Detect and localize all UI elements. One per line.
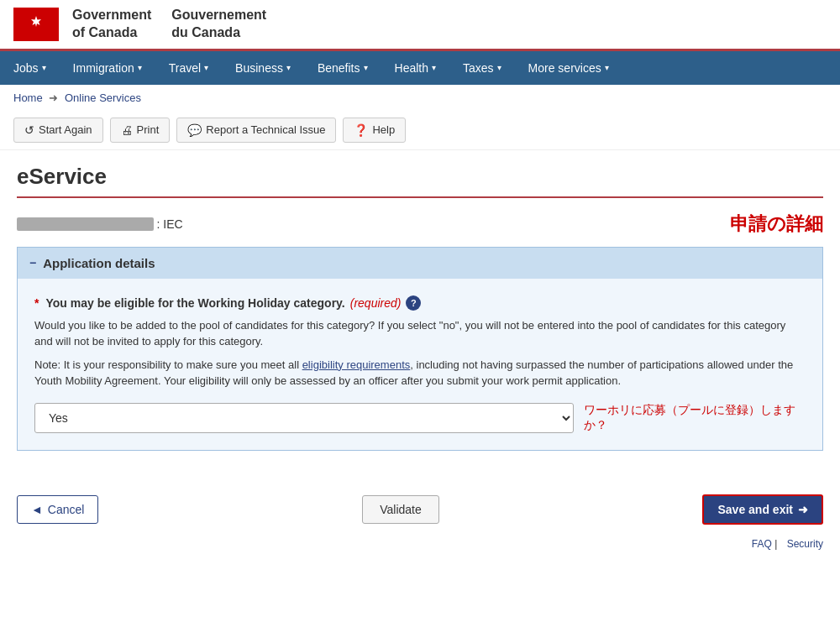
page-title: eService	[17, 164, 823, 198]
main-content: eService ████████ ████████ : IEC 申請の詳細 −…	[0, 150, 840, 478]
required-asterisk: *	[34, 296, 39, 310]
working-holiday-select[interactable]: Yes No	[34, 403, 574, 433]
section-header-label: Application details	[43, 256, 155, 270]
collapse-icon[interactable]: −	[29, 256, 36, 269]
main-navigation: Jobs ▾ Immigration ▾ Travel ▾ Business ▾	[0, 51, 840, 85]
nav-item-jobs[interactable]: Jobs ▾	[0, 51, 60, 85]
report-issue-button[interactable]: 💬 Report a Technical Issue	[176, 118, 336, 143]
chevron-down-icon: ▾	[138, 63, 142, 72]
validate-label: Validate	[380, 503, 422, 516]
breadcrumb-current-link[interactable]: Online Services	[65, 91, 141, 104]
nav-link-immigration[interactable]: Immigration ▾	[60, 51, 155, 85]
maple-leaf-icon	[27, 15, 45, 34]
select-wrapper: Yes No ワーホリに応募（プールに登録）しますか？	[34, 403, 806, 433]
nav-item-taxes[interactable]: Taxes ▾	[449, 51, 515, 85]
save-and-exit-button[interactable]: Save and exit ➜	[702, 494, 823, 525]
gov-name-french: Gouvernement du Canada	[171, 7, 266, 42]
japanese-title: 申請の詳細	[730, 212, 823, 237]
nav-link-jobs[interactable]: Jobs ▾	[0, 51, 60, 85]
section-header: − Application details	[18, 248, 822, 279]
nav-label-health: Health	[395, 61, 428, 75]
nav-label-travel: Travel	[169, 61, 201, 75]
section-body: * You may be eligible for the Working Ho…	[18, 279, 822, 450]
gov-header: Government of Canada Gouvernement du Can…	[0, 0, 840, 51]
nav-label-immigration: Immigration	[73, 61, 134, 75]
chevron-down-icon: ▾	[497, 63, 501, 72]
question-text: You may be eligible for the Working Holi…	[45, 296, 344, 310]
nav-label-taxes: Taxes	[463, 61, 494, 75]
gov-name-block: Government of Canada Gouvernement du Can…	[72, 7, 266, 42]
nav-item-immigration[interactable]: Immigration ▾	[60, 51, 155, 85]
nav-link-more-services[interactable]: More services ▾	[515, 51, 622, 85]
nav-label-business: Business	[235, 61, 283, 75]
toolbar: ↺ Start Again 🖨 Print 💬 Report a Technic…	[0, 111, 840, 150]
page-footer: FAQ | Security	[0, 535, 840, 557]
chevron-down-icon: ▾	[605, 63, 609, 72]
note-part1: Note: It is your responsibility to make …	[34, 358, 302, 371]
breadcrumb: Home ➜ Online Services	[0, 85, 840, 111]
nav-link-benefits[interactable]: Benefits ▾	[304, 51, 381, 85]
chevron-down-icon: ▾	[432, 63, 436, 72]
nav-link-travel[interactable]: Travel ▾	[155, 51, 222, 85]
nav-link-taxes[interactable]: Taxes ▾	[449, 51, 515, 85]
chevron-down-icon: ▾	[364, 63, 368, 72]
nav-label-more-services: More services	[528, 61, 601, 75]
faq-link[interactable]: FAQ	[752, 538, 772, 550]
required-tag: (required)	[350, 296, 402, 310]
chevron-down-icon: ▾	[42, 63, 46, 72]
security-link[interactable]: Security	[787, 538, 823, 550]
app-ref-iec: : IEC	[156, 217, 182, 231]
help-button[interactable]: ❓ Help	[343, 118, 406, 143]
cancel-label: Cancel	[48, 503, 85, 516]
breadcrumb-home-link[interactable]: Home	[13, 91, 43, 104]
back-arrow-icon: ◄	[31, 503, 43, 516]
nav-link-health[interactable]: Health ▾	[381, 51, 449, 85]
start-again-button[interactable]: ↺ Start Again	[13, 118, 103, 143]
forward-arrow-icon: ➜	[798, 503, 808, 516]
help-label: Help	[372, 123, 395, 136]
bottom-bar: ◄ Cancel Validate Save and exit ➜	[0, 484, 840, 535]
nav-label-benefits: Benefits	[318, 61, 360, 75]
save-exit-label: Save and exit	[717, 503, 793, 516]
cancel-button[interactable]: ◄ Cancel	[17, 495, 98, 524]
nav-item-more-services[interactable]: More services ▾	[515, 51, 622, 85]
nav-list: Jobs ▾ Immigration ▾ Travel ▾ Business ▾	[0, 51, 840, 85]
help-circle-icon[interactable]: ?	[406, 295, 421, 311]
question-label: * You may be eligible for the Working Ho…	[34, 295, 806, 311]
chevron-down-icon: ▾	[286, 63, 291, 72]
application-details-panel: − Application details * You may be eligi…	[17, 247, 823, 451]
nav-item-benefits[interactable]: Benefits ▾	[304, 51, 381, 85]
chevron-down-icon: ▾	[204, 63, 208, 72]
app-ref-blurred: ████████ ████████	[17, 217, 154, 231]
start-again-label: Start Again	[39, 123, 92, 136]
refresh-icon: ↺	[24, 123, 34, 137]
nav-item-travel[interactable]: Travel ▾	[155, 51, 222, 85]
nav-label-jobs: Jobs	[13, 61, 39, 75]
question-note: Note: It is your responsibility to make …	[34, 357, 806, 389]
chat-icon: 💬	[187, 123, 202, 137]
report-issue-label: Report a Technical Issue	[206, 123, 325, 136]
help-icon: ❓	[354, 123, 368, 137]
canada-flag	[13, 8, 59, 41]
nav-item-health[interactable]: Health ▾	[381, 51, 449, 85]
print-label: Print	[137, 123, 160, 136]
select-japanese-label: ワーホリに応募（プールに登録）しますか？	[584, 403, 806, 433]
app-ref: ████████ ████████ : IEC	[17, 217, 183, 231]
question-description: Would you like to be added to the pool o…	[34, 317, 806, 350]
app-ref-row: ████████ ████████ : IEC 申請の詳細	[17, 212, 823, 237]
print-icon: 🖨	[121, 123, 133, 137]
breadcrumb-separator: ➜	[49, 91, 58, 104]
nav-link-business[interactable]: Business ▾	[222, 51, 304, 85]
validate-button[interactable]: Validate	[362, 495, 439, 524]
footer-separator: |	[774, 538, 780, 550]
print-button[interactable]: 🖨 Print	[110, 118, 171, 143]
nav-item-business[interactable]: Business ▾	[222, 51, 304, 85]
eligibility-requirements-link[interactable]: eligibility requirements	[302, 358, 411, 371]
gov-name-english: Government of Canada	[72, 7, 151, 42]
